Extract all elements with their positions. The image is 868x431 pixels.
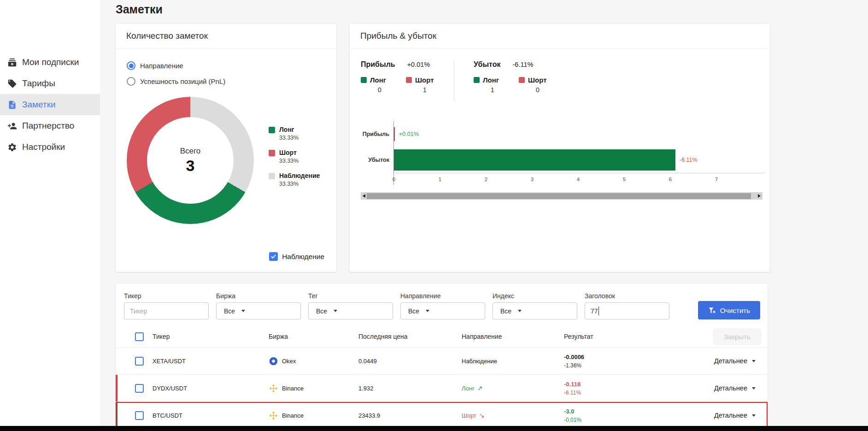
filter-clear-icon <box>708 307 716 314</box>
pnl-bar-chart: Прибыль Убыток +0.01% -6.11% 01234567 <box>361 121 770 185</box>
legend-item-watch: Наблюдение 33.33% <box>269 172 320 187</box>
col-header-price: Последняя цена <box>358 333 462 340</box>
pnl-stats: Прибыль +0.01% Лонг 0 Шорт 1 <box>361 60 770 101</box>
pnl-card-title: Прибыль & убыток <box>350 24 770 48</box>
loss-bar <box>394 149 675 171</box>
chevron-down-icon <box>518 310 522 312</box>
donut-center: Всего 3 <box>147 117 234 204</box>
profit-value: +0.01% <box>407 61 430 68</box>
sidebar-item-settings[interactable]: Настройки <box>0 136 100 158</box>
col-header-direction: Направление <box>462 333 564 340</box>
text-cursor <box>598 307 599 315</box>
row-checkbox[interactable] <box>135 384 144 393</box>
sidebar-item-notes[interactable]: Заметки <box>0 94 100 115</box>
scrollbar-right-arrow-icon[interactable] <box>756 192 762 200</box>
checked-checkbox-icon[interactable] <box>269 252 278 261</box>
sidebar-item-subscriptions[interactable]: Мои подписки <box>0 52 100 73</box>
binance-icon <box>269 384 278 393</box>
index-select[interactable]: Все <box>493 302 577 319</box>
filters-bar: Тикер Биржа Все Тег Все Направление <box>116 292 768 319</box>
cell-direction: Наблюдение <box>462 358 564 365</box>
cell-price: 0.0449 <box>358 358 462 365</box>
chevron-down-icon <box>752 387 756 390</box>
watch-checkbox-label: Наблюдение <box>282 253 324 261</box>
sidebar: Мои подписки Тарифы Заметки Партнерство … <box>0 0 100 431</box>
details-button[interactable]: Детальнее <box>714 384 756 392</box>
legend-item-long: Лонг 33.33% <box>269 126 320 141</box>
scrollbar-thumb[interactable] <box>367 193 751 199</box>
cell-direction: Лонг↗ <box>462 384 564 392</box>
col-header-ticker: Тикер <box>152 333 269 340</box>
chevron-down-icon <box>752 360 756 362</box>
bottom-bar <box>0 426 868 431</box>
select-all-checkbox[interactable] <box>135 332 144 341</box>
radio-unselected-icon[interactable] <box>127 77 135 86</box>
filter-exchange: Биржа Все <box>216 292 301 319</box>
close-button[interactable]: Закрыть <box>713 328 762 345</box>
radio-label: Успешность позиций (PnL) <box>140 77 225 85</box>
cell-price: 23433.9 <box>358 412 462 419</box>
direction-select[interactable]: Все <box>400 302 485 319</box>
chevron-down-icon <box>334 310 337 312</box>
donut-chart: Всего 3 <box>127 97 254 224</box>
cell-price: 1.932 <box>358 385 462 392</box>
clear-filters-button[interactable]: Очистить <box>698 301 760 319</box>
table-row-highlighted: BTC/USDT Binance 23433.9 Шорт↘ -3.0 -0.0… <box>116 401 768 429</box>
profit-bar-label: +0.01% <box>399 131 419 137</box>
tag-select[interactable]: Все <box>308 302 393 319</box>
donut-legend: Лонг 33.33% Шорт 33.33% <box>269 126 320 195</box>
details-button[interactable]: Детальнее <box>714 412 756 419</box>
sidebar-item-partnership[interactable]: Партнерство <box>0 115 100 136</box>
radio-selected-icon[interactable] <box>127 61 135 70</box>
sidebar-item-label: Тарифы <box>22 78 55 89</box>
cell-result: -0.0006 -1.36% <box>564 354 713 369</box>
scrollbar-left-arrow-icon[interactable] <box>361 192 367 200</box>
chevron-down-icon <box>752 414 756 417</box>
ticker-input[interactable] <box>124 302 209 319</box>
okex-icon <box>269 356 278 366</box>
details-button[interactable]: Детальнее <box>714 357 756 365</box>
legend-item-short: Шорт 33.33% <box>269 149 320 164</box>
x-axis: 01234567 <box>394 173 765 185</box>
binance-icon <box>269 411 278 420</box>
note-icon <box>7 100 17 110</box>
table-row: DYDX/USDT Binance 1.932 Лонг↗ -0.118 -6.… <box>116 374 768 401</box>
sidebar-item-label: Мои подписки <box>22 57 79 67</box>
stats-divider <box>454 61 454 101</box>
loss-value: -6.11% <box>513 61 534 68</box>
pnl-card: Прибыль & убыток Прибыль +0.01% Лонг 0 <box>350 24 770 272</box>
filter-tag: Тег Все <box>308 292 393 319</box>
filter-index: Индекс Все <box>493 292 577 319</box>
short-swatch <box>519 77 525 83</box>
cell-exchange: Binance <box>269 384 358 393</box>
chevron-down-icon <box>426 310 429 312</box>
notes-card-title: Количество заметок <box>116 24 336 48</box>
loss-short: Шорт 0 <box>519 76 547 94</box>
notes-table-card: Тикер Биржа Все Тег Все Направление <box>116 284 768 431</box>
sidebar-item-tariffs[interactable]: Тарифы <box>0 73 100 94</box>
row-checkbox[interactable] <box>135 357 144 366</box>
cell-direction: Шорт↘ <box>462 412 564 419</box>
gear-icon <box>7 142 17 152</box>
cell-ticker: BTC/USDT <box>152 412 269 419</box>
watch-checkbox-row[interactable]: Наблюдение <box>269 252 324 261</box>
title-input[interactable]: 77 <box>585 302 669 319</box>
col-header-result: Результат <box>564 333 713 340</box>
long-swatch <box>474 77 480 83</box>
profit-long: Лонг 0 <box>361 76 389 94</box>
exchange-select[interactable]: Все <box>216 302 301 319</box>
chart-scrollbar[interactable] <box>361 192 762 200</box>
row-checkbox[interactable] <box>135 411 144 420</box>
short-swatch <box>406 77 412 83</box>
tag-icon <box>7 79 17 89</box>
sidebar-item-label: Партнерство <box>22 121 74 131</box>
sidebar-item-label: Заметки <box>22 100 56 110</box>
chevron-down-icon <box>241 310 245 312</box>
subscriptions-icon <box>7 58 17 67</box>
radio-option-pnl[interactable]: Успешность позиций (PnL) <box>127 77 325 86</box>
trend-down-icon: ↘ <box>479 412 485 419</box>
legend-swatch-long <box>269 127 275 133</box>
cell-exchange: Binance <box>269 411 358 420</box>
notes-table: Тикер Биржа Последняя цена Направление Р… <box>116 326 768 429</box>
radio-option-direction[interactable]: Направление <box>127 61 325 70</box>
